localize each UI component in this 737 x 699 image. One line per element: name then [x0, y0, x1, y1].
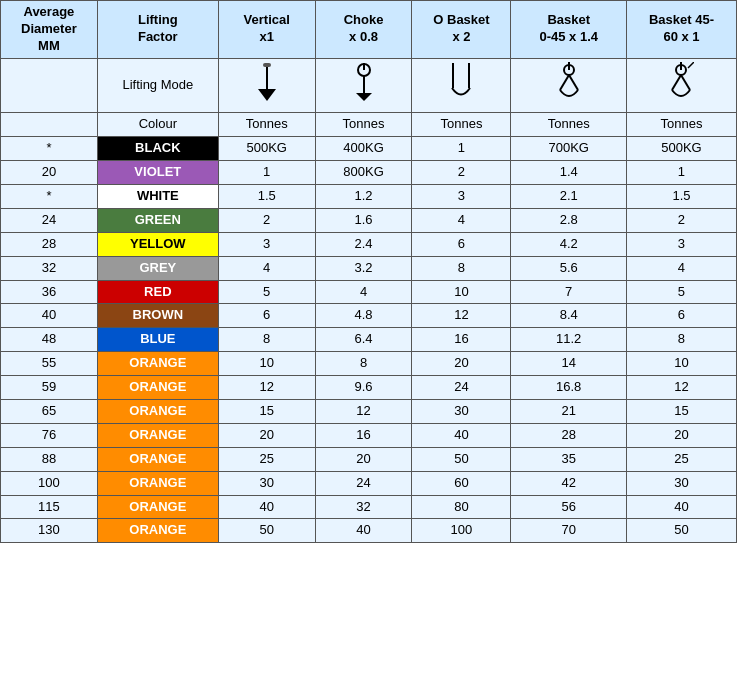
basket45-value: 5	[626, 280, 736, 304]
header-vertical: Verticalx1	[218, 1, 315, 59]
header-avg-diameter: AverageDiameterMM	[1, 1, 98, 59]
basket45-value: 1.5	[626, 184, 736, 208]
basket45-value: 1	[626, 161, 736, 185]
avg-diameter-cell: 20	[1, 161, 98, 185]
basket-value: 2.1	[511, 184, 627, 208]
vertical-value: 4	[218, 256, 315, 280]
vertical-value: 20	[218, 423, 315, 447]
choke-value: 8	[315, 352, 412, 376]
vertical-value: 25	[218, 447, 315, 471]
o-basket-value: 80	[412, 495, 511, 519]
o-basket-tonnes-label: Tonnes	[412, 113, 511, 137]
header-row: AverageDiameterMM LiftingFactor Vertical…	[1, 1, 737, 59]
basket-icon	[511, 58, 627, 113]
basket-value: 14	[511, 352, 627, 376]
header-lifting-factor: LiftingFactor	[97, 1, 218, 59]
table-row: 100ORANGE3024604230	[1, 471, 737, 495]
vertical-value: 40	[218, 495, 315, 519]
vertical-value: 1	[218, 161, 315, 185]
choke-value: 20	[315, 447, 412, 471]
basket45-value: 15	[626, 399, 736, 423]
choke-value: 24	[315, 471, 412, 495]
table-row: 88ORANGE2520503525	[1, 447, 737, 471]
choke-value: 400KG	[315, 137, 412, 161]
table-row: 20VIOLET1800KG21.41	[1, 161, 737, 185]
o-basket-value: 24	[412, 376, 511, 400]
svg-marker-6	[356, 93, 372, 101]
avg-diameter-cell: 48	[1, 328, 98, 352]
basket-value: 21	[511, 399, 627, 423]
avg-diameter-colour-cell	[1, 113, 98, 137]
svg-rect-4	[363, 63, 365, 70]
basket-value: 2.8	[511, 208, 627, 232]
choke-value: 16	[315, 423, 412, 447]
basket45-icon	[626, 58, 736, 113]
svg-line-12	[569, 75, 578, 90]
avg-diameter-cell: 65	[1, 399, 98, 423]
o-basket-value: 50	[412, 447, 511, 471]
o-basket-value: 2	[412, 161, 511, 185]
table-row: 36RED541075	[1, 280, 737, 304]
header-basket45: Basket 45-60 x 1	[626, 1, 736, 59]
avg-diameter-cell: 28	[1, 232, 98, 256]
avg-diameter-cell: 130	[1, 519, 98, 543]
o-basket-value: 16	[412, 328, 511, 352]
basket-value: 11.2	[511, 328, 627, 352]
choke-value: 800KG	[315, 161, 412, 185]
svg-rect-8	[468, 63, 470, 88]
table-row: 115ORANGE4032805640	[1, 495, 737, 519]
lifting-table: AverageDiameterMM LiftingFactor Vertical…	[0, 0, 737, 543]
color-cell: ORANGE	[97, 519, 218, 543]
basket45-value: 50	[626, 519, 736, 543]
vertical-value: 500KG	[218, 137, 315, 161]
choke-value: 1.2	[315, 184, 412, 208]
avg-diameter-cell: 100	[1, 471, 98, 495]
vertical-value: 50	[218, 519, 315, 543]
vertical-value: 30	[218, 471, 315, 495]
vertical-tonnes-label: Tonnes	[218, 113, 315, 137]
o-basket-value: 10	[412, 280, 511, 304]
svg-marker-1	[258, 89, 276, 101]
table-row: 40BROWN64.8128.46	[1, 304, 737, 328]
header-choke: Chokex 0.8	[315, 1, 412, 59]
o-basket-value: 60	[412, 471, 511, 495]
choke-value: 1.6	[315, 208, 412, 232]
basket45-value: 500KG	[626, 137, 736, 161]
table-row: 59ORANGE129.62416.812	[1, 376, 737, 400]
table-row: 55ORANGE108201410	[1, 352, 737, 376]
o-basket-icon	[412, 58, 511, 113]
avg-diameter-cell: 59	[1, 376, 98, 400]
svg-rect-0	[266, 63, 268, 91]
avg-diameter-cell: 115	[1, 495, 98, 519]
color-cell: BROWN	[97, 304, 218, 328]
avg-diameter-cell: *	[1, 184, 98, 208]
choke-value: 4	[315, 280, 412, 304]
avg-diameter-cell: 36	[1, 280, 98, 304]
avg-diameter-cell: 76	[1, 423, 98, 447]
basket-value: 42	[511, 471, 627, 495]
choke-value: 3.2	[315, 256, 412, 280]
table-row: *BLACK500KG400KG1700KG500KG	[1, 137, 737, 161]
basket-value: 70	[511, 519, 627, 543]
o-basket-value: 100	[412, 519, 511, 543]
color-cell: ORANGE	[97, 399, 218, 423]
color-cell: VIOLET	[97, 161, 218, 185]
basket-tonnes-label: Tonnes	[511, 113, 627, 137]
color-cell: BLACK	[97, 137, 218, 161]
colour-label: Colour	[97, 113, 218, 137]
basket45-value: 30	[626, 471, 736, 495]
avg-diameter-mode-cell	[1, 58, 98, 113]
o-basket-value: 4	[412, 208, 511, 232]
table-row: 28YELLOW32.464.23	[1, 232, 737, 256]
basket-value: 16.8	[511, 376, 627, 400]
vertical-value: 15	[218, 399, 315, 423]
header-o-basket: O Basketx 2	[412, 1, 511, 59]
vertical-value: 6	[218, 304, 315, 328]
svg-line-16	[681, 75, 690, 90]
color-cell: ORANGE	[97, 423, 218, 447]
table-row: 130ORANGE50401007050	[1, 519, 737, 543]
basket-value: 7	[511, 280, 627, 304]
basket45-value: 4	[626, 256, 736, 280]
color-cell: GREY	[97, 256, 218, 280]
vertical-value: 8	[218, 328, 315, 352]
